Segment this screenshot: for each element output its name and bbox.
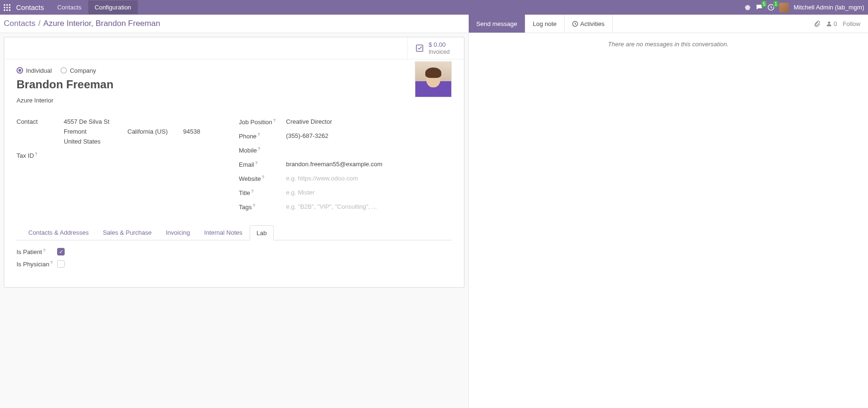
contact-company[interactable]: Azure Interior — [17, 97, 452, 104]
follow-button[interactable]: Follow — [843, 20, 860, 27]
contact-name[interactable]: Brandon Freeman — [17, 78, 452, 91]
field-email: Email? brandon.freeman55@example.com — [239, 160, 452, 170]
breadcrumb-root[interactable]: Contacts — [4, 19, 35, 28]
label-mobile: Mobile? — [239, 145, 286, 154]
svg-rect-7 — [7, 9, 8, 11]
label-contact: Contact — [17, 117, 64, 125]
form-area: $ 0.00 Invoiced Individual Company — [0, 33, 468, 408]
tab-sales-purchase[interactable]: Sales & Purchase — [96, 225, 159, 240]
label-email: Email? — [239, 160, 286, 168]
value-title[interactable]: e.g. Mister — [286, 188, 452, 196]
user-icon — [826, 21, 832, 27]
stat-invoiced[interactable]: $ 0.00 Invoiced — [407, 37, 464, 59]
form-sheet: $ 0.00 Invoiced Individual Company — [4, 37, 464, 288]
contact-photo[interactable] — [415, 61, 452, 97]
activities-button[interactable]: Activities — [565, 15, 612, 33]
svg-rect-10 — [416, 45, 423, 51]
form-grid: Contact 4557 De Silva St Fremont Califor… — [17, 117, 452, 216]
chat-tabs: Send message Log note Activities — [469, 15, 613, 33]
messages-badge: 5 — [761, 1, 767, 7]
value-tags[interactable]: e.g. "B2B", "VIP", "Consulting", ... — [286, 202, 452, 210]
radio-individual[interactable]: Individual — [17, 67, 52, 74]
breadcrumb-current: Azure Interior, Brandon Freeman — [43, 19, 160, 28]
value-email[interactable]: brandon.freeman55@example.com — [286, 160, 452, 168]
attachments-button[interactable] — [814, 20, 820, 27]
messages-icon[interactable]: 5 — [756, 4, 763, 11]
label-tax-id: Tax ID? — [17, 151, 64, 159]
app-brand[interactable]: Contacts — [16, 3, 44, 11]
label-title: Title? — [239, 188, 286, 196]
value-website[interactable]: e.g. https://www.odoo.com — [286, 174, 452, 182]
label-is-physician: Is Physician? — [17, 260, 57, 268]
value-job-position[interactable]: Creative Director — [286, 117, 452, 125]
field-website: Website? e.g. https://www.odoo.com — [239, 174, 452, 184]
svg-rect-0 — [4, 4, 5, 6]
field-contact: Contact 4557 De Silva St Fremont Califor… — [17, 117, 229, 145]
address-city: Fremont — [64, 128, 127, 135]
label-job-position: Job Position? — [239, 117, 286, 126]
address-country: United States — [64, 138, 229, 145]
svg-rect-6 — [4, 9, 5, 11]
label-website: Website? — [239, 174, 286, 182]
address-zip: 94538 — [183, 128, 200, 135]
tab-contacts-addresses[interactable]: Contacts & Addresses — [21, 225, 96, 240]
field-is-physician: Is Physician? — [17, 260, 452, 268]
log-note-button[interactable]: Log note — [525, 15, 565, 33]
followers-count: 0 — [834, 20, 837, 27]
svg-rect-1 — [7, 4, 8, 6]
field-tags: Tags? e.g. "B2B", "VIP", "Consulting", .… — [239, 202, 452, 212]
field-job-position: Job Position? Creative Director — [239, 117, 452, 128]
tab-invoicing[interactable]: Invoicing — [159, 225, 197, 240]
svg-rect-5 — [9, 7, 10, 8]
chat-empty-message: There are no messages in this conversati… — [469, 33, 868, 55]
chat-area: Send message Log note Activities 0 Follo… — [468, 33, 868, 408]
svg-point-12 — [828, 21, 830, 24]
tab-internal-notes[interactable]: Internal Notes — [197, 225, 250, 240]
radio-individual-label: Individual — [26, 67, 52, 74]
nav-menu-contacts[interactable]: Contacts — [51, 0, 88, 14]
top-navbar: Contacts Contacts Configuration 5 1 Mitc… — [0, 0, 868, 15]
radio-icon — [17, 67, 23, 74]
radio-company[interactable]: Company — [60, 67, 96, 74]
checkbox-is-physician[interactable] — [57, 260, 65, 268]
svg-rect-3 — [4, 7, 5, 8]
nav-left: Contacts Contacts Configuration — [4, 0, 138, 14]
tab-content-lab: Is Patient? Is Physician? — [4, 240, 464, 287]
label-is-patient: Is Patient? — [17, 248, 57, 255]
stat-text: $ 0.00 Invoiced — [429, 41, 450, 55]
value-mobile[interactable] — [286, 145, 452, 146]
field-title: Title? e.g. Mister — [239, 188, 452, 198]
user-avatar[interactable] — [779, 3, 789, 12]
label-phone: Phone? — [239, 131, 286, 140]
breadcrumb-separator: / — [38, 19, 41, 28]
stat-label: Invoiced — [429, 49, 450, 55]
paperclip-icon — [814, 20, 820, 27]
nav-menu-configuration[interactable]: Configuration — [88, 0, 138, 14]
value-phone[interactable]: (355)-687-3262 — [286, 131, 452, 139]
radio-company-label: Company — [70, 67, 96, 74]
form-col-left: Contact 4557 De Silva St Fremont Califor… — [17, 117, 229, 216]
apps-icon[interactable] — [4, 4, 11, 11]
debug-icon[interactable] — [744, 4, 751, 11]
form-col-right: Job Position? Creative Director Phone? (… — [239, 117, 452, 216]
user-name[interactable]: Mitchell Admin (lab_mgm) — [793, 4, 864, 11]
tabs-bar: Contacts & Addresses Sales & Purchase In… — [17, 225, 452, 240]
main-layout: $ 0.00 Invoiced Individual Company — [0, 33, 868, 408]
field-tax-id: Tax ID? — [17, 151, 229, 161]
svg-rect-4 — [7, 7, 8, 8]
form-body: Individual Company Brandon Freeman Azure… — [4, 60, 464, 240]
field-mobile: Mobile? — [239, 145, 452, 156]
clock-icon — [572, 21, 578, 27]
value-tax-id[interactable] — [64, 151, 229, 152]
field-is-patient: Is Patient? — [17, 248, 452, 255]
followers-button[interactable]: 0 — [826, 20, 837, 27]
contact-type: Individual Company — [17, 67, 452, 74]
activities-icon[interactable]: 1 — [767, 4, 775, 11]
send-message-button[interactable]: Send message — [469, 15, 525, 33]
tab-lab[interactable]: Lab — [250, 225, 274, 240]
svg-rect-8 — [9, 9, 10, 11]
breadcrumb: Contacts / Azure Interior, Brandon Freem… — [4, 19, 160, 28]
value-address[interactable]: 4557 De Silva St Fremont California (US)… — [64, 117, 229, 145]
checkbox-is-patient[interactable] — [57, 248, 65, 255]
label-tags: Tags? — [239, 202, 286, 211]
